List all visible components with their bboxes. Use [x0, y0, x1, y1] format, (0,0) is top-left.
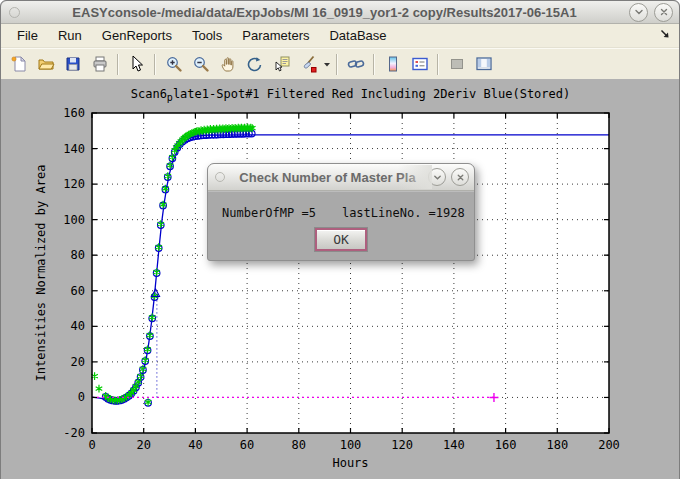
dialog-field-numberofmp: NumberOfMP =5 [222, 206, 316, 220]
brush-button[interactable] [295, 51, 322, 77]
dialog-title-fade [398, 165, 432, 189]
menu-item-database[interactable]: DataBase [319, 25, 396, 47]
brush-dropdown-caret[interactable] [322, 51, 332, 77]
ok-button[interactable]: OK [315, 228, 367, 251]
figure-area: 020406080100120140160180200-200204060801… [1, 79, 679, 479]
hide-plot-tools-button [443, 51, 470, 77]
save-figure-button[interactable] [59, 51, 86, 77]
x-tick-label: 180 [546, 438, 568, 452]
rotate-3d-icon [246, 55, 264, 73]
zoom-in-button[interactable] [160, 51, 187, 77]
insert-legend-icon [411, 55, 429, 73]
x-tick-label: 160 [495, 438, 517, 452]
y-tick-label: 20 [71, 355, 85, 369]
window-menu-icon[interactable] [9, 7, 20, 18]
pan-icon [219, 55, 237, 73]
x-tick-label: 140 [443, 438, 465, 452]
y-tick-label: 140 [63, 142, 85, 156]
edit-plot-button[interactable] [123, 51, 150, 77]
save-figure-icon [64, 55, 82, 73]
y-tick-label: 80 [71, 248, 85, 262]
y-tick-label: -20 [63, 426, 85, 440]
brush-icon [300, 55, 318, 73]
x-tick-label: 20 [136, 438, 150, 452]
menu-item-parameters[interactable]: Parameters [232, 25, 319, 47]
y-tick-label: 120 [63, 177, 85, 191]
insert-legend-button[interactable] [406, 51, 433, 77]
x-tick-label: 80 [292, 438, 306, 452]
dialog-titlebar[interactable]: Check Number of Master Pla [208, 164, 474, 191]
close-icon [456, 173, 465, 182]
zoom-out-button[interactable] [187, 51, 214, 77]
window-titlebar[interactable]: EASYconsole-/media/data/ExpJobs/MI 16_09… [1, 1, 679, 24]
y-tick-label: 0 [78, 390, 85, 404]
x-tick-label: 40 [188, 438, 202, 452]
x-tick-label: 200 [598, 438, 620, 452]
rotate-3d-button[interactable] [241, 51, 268, 77]
x-tick-label: 0 [88, 438, 95, 452]
dialog-close-button[interactable] [451, 168, 469, 186]
insert-colorbar-button[interactable] [379, 51, 406, 77]
x-tick-label: 120 [391, 438, 413, 452]
dialog-body: NumberOfMP =5lastLineNo. =1928 OK [208, 191, 474, 259]
window-close-button[interactable] [654, 3, 673, 22]
close-icon [659, 7, 669, 17]
hide-plot-tools-icon [448, 55, 466, 73]
menu-item-run[interactable]: Run [48, 25, 92, 47]
data-cursor-icon [273, 55, 291, 73]
zoom-in-icon [165, 55, 183, 73]
x-tick-label: 100 [340, 438, 362, 452]
insert-colorbar-icon [384, 55, 402, 73]
y-tick-label: 160 [63, 106, 85, 120]
link-plot-icon [347, 55, 365, 73]
dialog-message: NumberOfMP =5lastLineNo. =1928 [222, 206, 465, 220]
edit-plot-icon [128, 55, 146, 73]
show-plot-tools-icon [475, 55, 493, 73]
new-figure-button[interactable] [5, 51, 32, 77]
x-axis-label: Hours [332, 456, 368, 470]
data-cursor-button[interactable] [268, 51, 295, 77]
new-figure-icon [10, 55, 28, 73]
toolbar-separator [154, 54, 156, 75]
chart-canvas[interactable]: 020406080100120140160180200-200204060801… [1, 79, 679, 479]
x-tick-label: 60 [240, 438, 254, 452]
dialog-menu-icon[interactable] [215, 172, 225, 182]
pan-button[interactable] [214, 51, 241, 77]
toolbar-separator [373, 54, 375, 75]
window-shade-button[interactable] [629, 3, 648, 22]
chevron-down-icon [634, 7, 644, 17]
open-file-icon [37, 55, 55, 73]
undock-arrow-icon[interactable] [659, 28, 671, 43]
menu-item-file[interactable]: File [7, 25, 48, 47]
menu-item-genreports[interactable]: GenReports [92, 25, 182, 47]
app-window: EASYconsole-/media/data/ExpJobs/MI 16_09… [0, 0, 680, 479]
chart-title: Scan6plate1-Spot#1 Filtered Red Includin… [131, 87, 571, 103]
menu-item-tools[interactable]: Tools [182, 25, 232, 47]
print-figure-button[interactable] [86, 51, 113, 77]
y-tick-label: 60 [71, 284, 85, 298]
toolbar-separator [336, 54, 338, 75]
link-plot-button[interactable] [342, 51, 369, 77]
dialog-check-number-of-master-plates: Check Number of Master Pla NumberOfMP =5… [207, 163, 475, 261]
chevron-down-icon [433, 173, 442, 182]
menu-bar: FileRunGenReportsToolsParametersDataBase [1, 24, 679, 48]
open-file-button[interactable] [32, 51, 59, 77]
print-figure-icon [91, 55, 109, 73]
y-tick-label: 40 [71, 319, 85, 333]
window-title: EASYconsole-/media/data/ExpJobs/MI 16_09… [20, 5, 629, 20]
zoom-out-icon [192, 55, 210, 73]
y-tick-label: 100 [63, 213, 85, 227]
y-axis-label: Intensities Normalized by Area [34, 165, 48, 382]
toolbar-separator [117, 54, 119, 75]
show-plot-tools-button[interactable] [470, 51, 497, 77]
dialog-field-lastlineno: lastLineNo. =1928 [342, 206, 465, 220]
toolbar [1, 48, 679, 81]
toolbar-separator [437, 54, 439, 75]
